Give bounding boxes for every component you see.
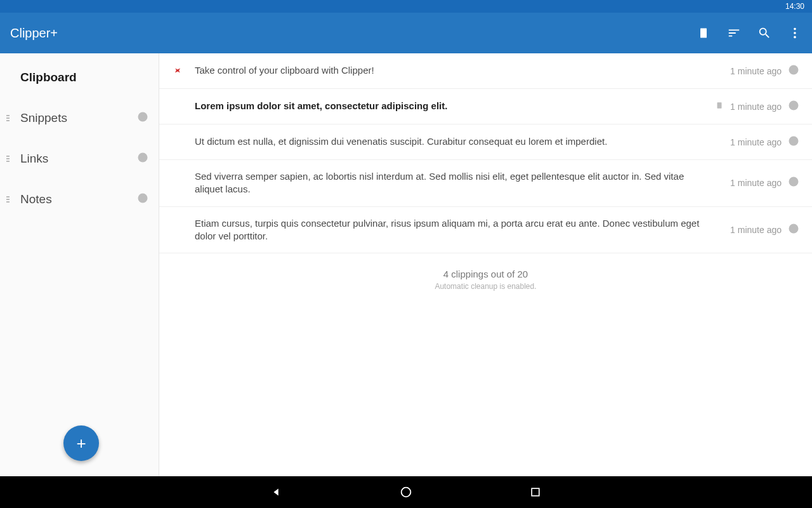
info-icon[interactable] — [788, 100, 799, 114]
svg-point-2 — [794, 32, 796, 34]
clipping-text: Ut dictum est nulla, et dignissim dui ve… — [195, 135, 720, 148]
svg-point-3 — [794, 36, 796, 39]
clipping-text: Sed viverra semper sapien, ac lobortis n… — [195, 170, 720, 196]
info-icon[interactable] — [137, 192, 148, 207]
navigation-bar — [0, 476, 812, 508]
clipping-text: Take control of your clipboard with Clip… — [195, 64, 720, 77]
sidebar-item-links[interactable]: Links — [0, 138, 159, 179]
clipping-time: 1 minute ago — [730, 66, 782, 76]
sidebar-item-clipboard[interactable]: Clipboard — [0, 57, 159, 98]
clipping-text: Etiam cursus, turpis quis consectetur pu… — [195, 217, 720, 243]
drag-handle-icon — [6, 115, 10, 121]
back-button[interactable] — [269, 485, 284, 500]
add-button[interactable]: + — [63, 425, 99, 461]
sidebar-item-label: Snippets — [20, 111, 67, 125]
overflow-menu-icon[interactable] — [788, 26, 802, 40]
clipping-meta: 1 minute ago — [730, 176, 799, 190]
home-button[interactable] — [398, 485, 414, 500]
list-item[interactable]: Etiam cursus, turpis quis consectetur pu… — [159, 207, 812, 254]
recent-apps-button[interactable] — [528, 485, 543, 500]
status-bar: 14:30 — [0, 0, 812, 13]
list-footer: 4 clippings out of 20 Automatic cleanup … — [159, 253, 812, 306]
list-item-pinned[interactable]: Take control of your clipboard with Clip… — [159, 53, 812, 89]
clipboard-icon[interactable] — [697, 26, 710, 40]
status-time: 14:30 — [785, 2, 804, 11]
sidebar: Clipboard Snippets Links Notes + — [0, 53, 159, 476]
clipping-meta: 1 minute ago — [730, 64, 799, 78]
info-icon[interactable] — [137, 152, 148, 166]
clipping-meta: 1 minute ago — [715, 100, 799, 114]
sidebar-item-label: Clipboard — [20, 70, 77, 84]
svg-rect-8 — [717, 102, 722, 108]
app-bar: Clipper+ — [0, 13, 812, 53]
info-icon[interactable] — [788, 64, 799, 78]
svg-rect-0 — [700, 29, 707, 38]
sidebar-item-label: Links — [20, 152, 48, 166]
plus-icon: + — [76, 434, 86, 453]
svg-point-6 — [138, 193, 148, 203]
info-icon[interactable] — [788, 223, 799, 237]
clipping-meta: 1 minute ago — [730, 135, 799, 149]
app-title: Clipper+ — [10, 26, 697, 41]
clipping-time: 1 minute ago — [730, 225, 782, 235]
svg-point-12 — [789, 224, 799, 233]
list-item[interactable]: Lorem ipsum dolor sit amet, consectetur … — [159, 89, 812, 124]
svg-point-7 — [789, 65, 799, 74]
drag-handle-icon — [6, 196, 10, 203]
content: Clipboard Snippets Links Notes + Take co… — [0, 53, 812, 476]
appbar-actions — [697, 26, 802, 40]
clipping-time: 1 minute ago — [730, 137, 782, 147]
cleanup-note: Automatic cleanup is enabled. — [159, 282, 812, 291]
search-icon[interactable] — [757, 26, 771, 40]
clipping-count: 4 clippings out of 20 — [159, 269, 812, 279]
svg-point-13 — [402, 488, 411, 497]
svg-point-11 — [789, 177, 799, 187]
info-icon[interactable] — [788, 176, 799, 190]
list-item[interactable]: Sed viverra semper sapien, ac lobortis n… — [159, 160, 812, 207]
clipping-time: 1 minute ago — [730, 102, 782, 112]
svg-point-9 — [789, 100, 799, 110]
sidebar-item-label: Notes — [20, 192, 52, 206]
pin-icon — [172, 66, 185, 76]
clipping-meta: 1 minute ago — [730, 223, 799, 237]
clipping-text: Lorem ipsum dolor sit amet, consectetur … — [195, 100, 705, 112]
sidebar-item-snippets[interactable]: Snippets — [0, 98, 159, 138]
svg-point-1 — [794, 28, 796, 30]
sidebar-item-notes[interactable]: Notes — [0, 179, 159, 220]
svg-point-10 — [789, 136, 799, 145]
list-item[interactable]: Ut dictum est nulla, et dignissim dui ve… — [159, 124, 812, 160]
clipboard-small-icon — [715, 100, 724, 113]
info-icon[interactable] — [788, 135, 799, 149]
sort-icon[interactable] — [727, 26, 741, 40]
svg-point-4 — [138, 112, 148, 121]
svg-rect-14 — [532, 488, 539, 496]
svg-point-5 — [138, 152, 148, 162]
info-icon[interactable] — [137, 111, 148, 126]
drag-handle-icon — [6, 156, 10, 162]
main-list: Take control of your clipboard with Clip… — [159, 53, 812, 476]
clipping-time: 1 minute ago — [730, 178, 782, 188]
